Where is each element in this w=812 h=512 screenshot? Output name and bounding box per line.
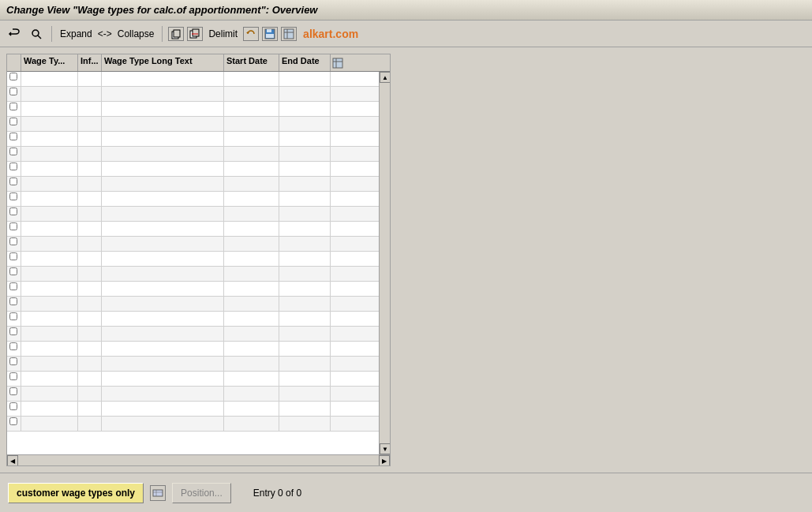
refresh-button[interactable] [243,27,259,41]
row-checkbox-input[interactable] [9,342,17,350]
row-longtext [102,312,224,326]
horizontal-scrollbar[interactable]: ◀ ▶ [7,454,390,465]
row-checkbox-input[interactable] [9,148,17,155]
row-checkbox-input[interactable] [9,237,17,245]
col-settings-header[interactable] [331,54,345,71]
row-enddate [279,222,331,236]
row-checkbox-input[interactable] [9,163,17,170]
table-row [7,102,379,117]
row-checkbox[interactable] [7,102,21,116]
row-startdate [224,72,279,86]
row-checkbox-input[interactable] [9,312,17,320]
row-checkbox[interactable] [7,417,21,431]
enddate-header-label: End Date [282,56,320,65]
row-checkbox[interactable] [7,282,21,296]
row-checkbox-input[interactable] [9,118,17,125]
row-enddate [279,357,331,371]
save-button[interactable] [262,27,278,41]
row-startdate [224,402,279,416]
row-enddate [279,237,331,251]
position-label: Position... [181,488,223,499]
row-checkbox[interactable] [7,342,21,356]
row-checkbox-input[interactable] [9,282,17,290]
scroll-left-button[interactable]: ◀ [7,455,18,466]
row-startdate [224,387,279,401]
row-startdate [224,207,279,221]
row-startdate [224,357,279,371]
row-checkbox[interactable] [7,237,21,251]
row-checkbox-input[interactable] [9,178,17,185]
row-checkbox[interactable] [7,72,21,86]
expand-button[interactable]: Expand [58,27,95,41]
row-inf [78,222,102,236]
row-inf [78,207,102,221]
row-checkbox[interactable] [7,267,21,281]
row-enddate [279,147,331,161]
table-row [7,222,379,237]
table-row [7,342,379,357]
row-checkbox-input[interactable] [9,103,17,110]
row-inf [78,387,102,401]
svg-rect-17 [153,490,163,496]
vertical-scrollbar[interactable]: ▲ ▼ [379,72,390,454]
row-checkbox[interactable] [7,192,21,206]
scroll-up-button[interactable]: ▲ [380,72,390,83]
row-checkbox-input[interactable] [9,252,17,260]
row-checkbox-input[interactable] [9,402,17,410]
delimit-button[interactable]: Delimit [206,27,240,41]
search-icon [29,27,43,41]
table-row [7,192,379,207]
row-checkbox-input[interactable] [9,207,17,215]
row-checkbox-input[interactable] [9,387,17,395]
row-checkbox[interactable] [7,222,21,236]
row-checkbox[interactable] [7,87,21,101]
row-checkbox[interactable] [7,387,21,401]
scroll-right-button[interactable]: ▶ [379,455,390,466]
collapse-button[interactable]: Collapse [115,27,157,41]
table-row [7,117,379,132]
row-checkbox[interactable] [7,357,21,371]
position-button[interactable]: Position... [172,483,231,503]
undo-button[interactable] [5,25,24,43]
row-checkbox-input[interactable] [9,88,17,95]
customer-wage-types-button[interactable]: customer wage types only [8,483,144,503]
row-checkbox-input[interactable] [9,222,17,230]
row-checkbox-input[interactable] [9,73,17,80]
row-checkbox-input[interactable] [9,297,17,305]
scroll-down-button[interactable]: ▼ [380,443,390,454]
row-checkbox-input[interactable] [9,327,17,335]
copy2-button[interactable] [187,27,203,41]
row-startdate [224,117,279,131]
row-checkbox-input[interactable] [9,357,17,365]
row-checkbox[interactable] [7,297,21,311]
row-wagety [21,327,78,341]
row-checkbox[interactable] [7,327,21,341]
copy-button[interactable] [168,27,184,41]
row-longtext [102,147,224,161]
row-enddate [279,312,331,326]
row-checkbox-input[interactable] [9,417,17,425]
row-checkbox[interactable] [7,162,21,176]
row-checkbox-input[interactable] [9,192,17,200]
table-settings-button[interactable] [281,27,297,41]
row-checkbox[interactable] [7,117,21,131]
row-enddate [279,387,331,401]
row-checkbox-input[interactable] [9,267,17,275]
row-checkbox[interactable] [7,207,21,221]
row-startdate [224,312,279,326]
row-enddate [279,327,331,341]
row-startdate [224,282,279,296]
row-checkbox[interactable] [7,177,21,191]
row-startdate [224,297,279,311]
row-checkbox[interactable] [7,132,21,146]
row-checkbox[interactable] [7,372,21,386]
row-checkbox[interactable] [7,402,21,416]
row-checkbox[interactable] [7,312,21,326]
row-checkbox-input[interactable] [9,133,17,140]
row-checkbox[interactable] [7,147,21,161]
row-checkbox[interactable] [7,252,21,266]
row-longtext [102,177,224,191]
watermark: alkart.com [303,28,358,40]
search-button[interactable] [27,25,46,43]
row-checkbox-input[interactable] [9,372,17,380]
